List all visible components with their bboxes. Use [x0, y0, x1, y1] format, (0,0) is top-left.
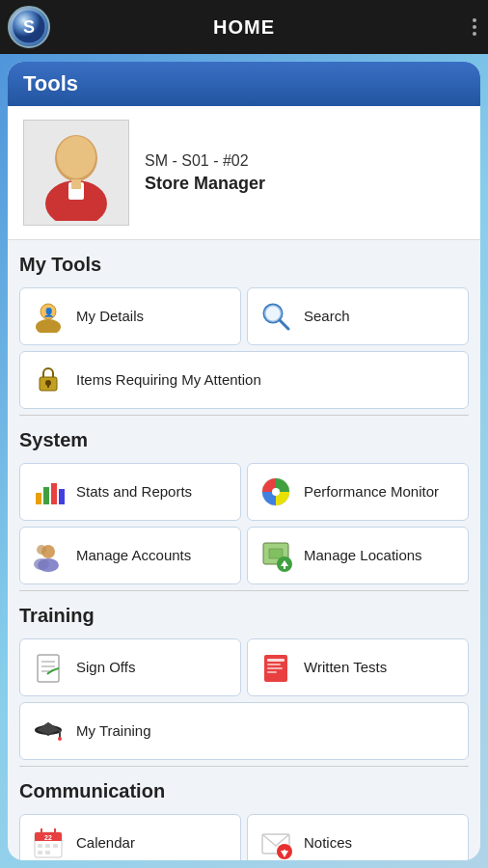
notices-button[interactable]: Notices	[247, 814, 469, 860]
tools-header: Tools	[8, 62, 480, 106]
svg-rect-28	[284, 564, 285, 569]
svg-text:S: S	[23, 17, 35, 37]
svg-point-21	[272, 488, 280, 496]
performance-monitor-button[interactable]: Performance Monitor	[247, 463, 469, 521]
items-requiring-label: Items Requiring My Attention	[76, 371, 261, 389]
avatar-svg	[28, 124, 124, 221]
search-button[interactable]: Search	[247, 287, 469, 345]
stats-reports-icon	[30, 474, 67, 510]
menu-dot-2	[473, 25, 476, 29]
svg-rect-50	[45, 844, 50, 848]
svg-rect-52	[38, 851, 42, 854]
sign-offs-label: Sign Offs	[76, 659, 135, 676]
manage-locations-label: Manage Locations	[304, 547, 422, 564]
svg-rect-6	[71, 179, 81, 189]
svg-point-42	[58, 737, 62, 741]
written-tests-label: Written Tests	[304, 659, 387, 676]
svg-rect-36	[267, 667, 283, 669]
training-section: Training	[8, 591, 480, 638]
menu-button[interactable]	[473, 18, 476, 36]
system-title: System	[19, 429, 469, 451]
top-bar: S HOME	[0, 0, 488, 54]
svg-rect-18	[51, 483, 57, 504]
written-tests-icon	[258, 649, 294, 686]
notices-icon	[258, 825, 294, 860]
search-icon	[258, 298, 294, 335]
calendar-label: Calendar	[76, 834, 135, 852]
performance-monitor-label: Performance Monitor	[304, 483, 439, 501]
notices-label: Notices	[304, 834, 352, 852]
stats-reports-button[interactable]: Stats and Reports	[19, 463, 241, 521]
manage-accounts-button[interactable]: Manage Accounts	[19, 527, 241, 584]
my-training-label: My Training	[76, 722, 151, 740]
calendar-icon: 22	[30, 825, 67, 860]
system-grid-1: Stats and Reports Performance Monitor	[8, 463, 480, 527]
avatar	[23, 120, 129, 226]
page-title: HOME	[213, 16, 275, 39]
svg-point-25	[34, 558, 49, 570]
svg-rect-15	[47, 385, 49, 388]
sign-offs-button[interactable]: Sign Offs	[19, 638, 241, 696]
calendar-button[interactable]: 22 Calendar	[19, 814, 241, 860]
manage-accounts-label: Manage Accounts	[76, 547, 191, 564]
my-details-label: My Details	[76, 308, 144, 325]
svg-rect-34	[267, 659, 285, 662]
performance-monitor-icon	[258, 474, 294, 510]
profile-role: Store Manager	[145, 174, 265, 194]
svg-rect-51	[53, 844, 58, 848]
comm-grid-1: 22 Calendar	[8, 814, 480, 860]
app-logo: S	[8, 6, 50, 48]
system-section: System	[8, 416, 480, 463]
svg-rect-17	[43, 487, 49, 504]
profile-id: SM - S01 - #02	[145, 152, 265, 170]
tools-title: Tools	[23, 71, 78, 95]
search-label: Search	[304, 308, 350, 325]
training-title: Training	[19, 605, 469, 627]
svg-point-8	[36, 319, 61, 333]
svg-text:22: 22	[44, 834, 52, 841]
my-training-icon	[30, 713, 67, 749]
training-grid-2: My Training	[8, 702, 480, 766]
system-grid-2: Manage Accounts Manage Locations	[8, 527, 480, 590]
my-details-icon: 👤	[30, 298, 67, 335]
my-tools-grid-2: Items Requiring My Attention	[8, 351, 480, 415]
stats-reports-label: Stats and Reports	[76, 483, 192, 501]
items-requiring-icon	[30, 362, 67, 398]
manage-accounts-icon	[30, 537, 67, 574]
svg-point-24	[37, 545, 46, 555]
profile-section: SM - S01 - #02 Store Manager	[8, 106, 480, 240]
svg-rect-37	[267, 671, 277, 673]
my-training-button[interactable]: My Training	[19, 702, 469, 760]
svg-point-3	[57, 136, 95, 178]
svg-rect-19	[59, 489, 65, 504]
profile-info: SM - S01 - #02 Store Manager	[145, 152, 265, 194]
communication-section: Communication	[8, 767, 480, 814]
svg-rect-49	[38, 844, 42, 848]
svg-text:👤: 👤	[43, 307, 55, 318]
my-tools-title: My Tools	[19, 254, 469, 276]
my-tools-grid: 👤 My Details Search	[8, 287, 480, 351]
menu-dot-1	[473, 18, 476, 22]
manage-locations-button[interactable]: Manage Locations	[247, 527, 469, 584]
svg-line-12	[280, 320, 288, 329]
training-grid-1: Sign Offs Written Tests	[8, 638, 480, 702]
svg-rect-57	[284, 850, 285, 855]
svg-rect-41	[59, 730, 61, 738]
communication-title: Communication	[19, 780, 469, 802]
menu-dot-3	[473, 32, 476, 36]
svg-rect-35	[267, 664, 281, 665]
sign-offs-icon	[30, 649, 67, 686]
items-requiring-button[interactable]: Items Requiring My Attention	[19, 351, 469, 409]
main-card: Tools SM - S01 - #02 Store Manager My To…	[8, 62, 480, 860]
svg-rect-16	[36, 493, 41, 504]
svg-rect-53	[45, 851, 50, 854]
written-tests-button[interactable]: Written Tests	[247, 638, 469, 696]
manage-locations-icon	[258, 537, 294, 574]
my-tools-section: My Tools	[8, 240, 480, 287]
my-details-button[interactable]: 👤 My Details	[19, 287, 241, 345]
